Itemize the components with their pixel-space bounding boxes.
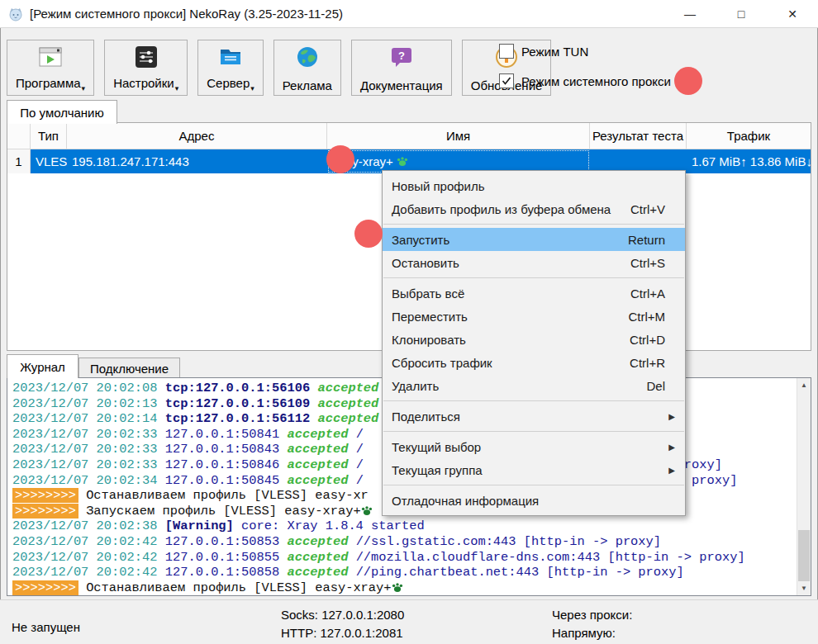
- menu-separator: [383, 485, 684, 485]
- menu-item-shortcut: Ctrl+D: [630, 333, 665, 347]
- menu-item-move[interactable]: ПереместитьCtrl+M: [383, 305, 685, 328]
- settings-button-label: Настройки▾: [113, 76, 178, 92]
- minimize-button[interactable]: —: [664, 0, 716, 27]
- scrollbar-down-icon[interactable]: ▼: [797, 581, 811, 595]
- submenu-arrow-icon: ▶: [668, 466, 675, 475]
- cell-address: 195.181.247.171:443: [67, 149, 327, 173]
- status-via-proxy: Через прокси:: [552, 606, 632, 624]
- menu-item-shortcut: Ctrl+M: [628, 310, 665, 324]
- menu-item-clone[interactable]: КлонироватьCtrl+D: [383, 328, 685, 351]
- window-controls: — □ ✕: [664, 0, 818, 27]
- scrollbar-thumb[interactable]: [798, 530, 810, 581]
- cell-traffic: 1.67 MiB↑ 13.86 MiB↓: [687, 149, 811, 173]
- server-button-label: Сервер▾: [207, 76, 254, 92]
- menu-item-shortcut: Ctrl+R: [630, 356, 665, 370]
- log-line: 2023/12/07 20:02:42 127.0.0.1:50853 acce…: [12, 534, 797, 550]
- log-line: 2023/12/07 20:02:42 127.0.0.1:50855 acce…: [12, 550, 797, 566]
- maximize-button[interactable]: □: [716, 0, 767, 27]
- menu-item-add-profile-from-clipboard[interactable]: Добавить профиль из буфера обменаCtrl+V: [383, 197, 685, 220]
- menu-item-shortcut: Ctrl+A: [630, 286, 665, 301]
- tun-mode-checkbox[interactable]: Режим TUN: [499, 44, 671, 59]
- menu-separator: [383, 277, 684, 278]
- header-address[interactable]: Адрес: [67, 123, 327, 149]
- menu-item-select-all[interactable]: Выбрать всёCtrl+A: [383, 282, 685, 305]
- cell-type: VLESS: [31, 149, 67, 173]
- menu-item-label: Отладочная информация: [392, 494, 685, 508]
- submenu-arrow-icon: ▶: [668, 443, 675, 452]
- menu-item-new-profile[interactable]: Новый профиль: [383, 174, 685, 197]
- menu-item-label: Остановить: [392, 256, 630, 270]
- menu-item-label: Новый профиль: [392, 179, 685, 193]
- menu-item-current-select[interactable]: Текущий выбор▶: [383, 435, 685, 458]
- menu-item-label: Клонировать: [392, 333, 630, 347]
- dropdown-caret-icon: ▾: [250, 84, 254, 92]
- menu-item-label: Переместить: [392, 310, 628, 324]
- menu-item-shortcut: Ctrl+S: [630, 256, 665, 270]
- program-button-label: Программа▾: [16, 76, 85, 92]
- scrollbar-up-icon[interactable]: ▲: [797, 378, 811, 392]
- menu-item-label: Текущий выбор: [392, 440, 685, 454]
- dropdown-caret-icon: ▾: [175, 84, 179, 92]
- documentation-button-label: Документация: [360, 78, 443, 92]
- status-bar: Не запущен Socks: 127.0.0.1:2080 HTTP: 1…: [0, 599, 818, 644]
- row-number: 1: [7, 149, 31, 173]
- mode-checkboxes: Режим TUN Режим системного прокси: [499, 44, 671, 103]
- app-icon: [8, 7, 23, 21]
- menu-item-label: Поделиться: [392, 410, 685, 424]
- menu-item-label: Выбрать всё: [392, 286, 630, 301]
- header-traffic[interactable]: Трафик: [687, 123, 811, 149]
- log-line: 2023/12/07 20:02:38 [Warning] core: Xray…: [12, 519, 797, 534]
- paw-icon: [361, 504, 373, 519]
- paw-icon: [397, 156, 408, 167]
- settings-sliders-icon: [135, 45, 158, 69]
- status-state: Не запущен: [12, 620, 80, 634]
- toolbar: Программа▾ Настройки▾: [7, 40, 551, 96]
- menu-item-stop[interactable]: ОстановитьCtrl+S: [383, 251, 685, 274]
- checkbox-unchecked-icon: [499, 44, 514, 59]
- program-button[interactable]: Программа▾: [7, 40, 94, 96]
- log-line: 2023/12/07 20:02:42 127.0.0.1:50858 acce…: [12, 565, 797, 580]
- header-type[interactable]: Тип: [31, 123, 67, 149]
- tab-journal[interactable]: Журнал: [7, 354, 78, 378]
- menu-item-run[interactable]: ЗапуститьReturn: [383, 228, 685, 251]
- title-bar: [Режим системного прокси] NekoRay (3.25-…: [0, 0, 818, 28]
- header-rownum[interactable]: [7, 123, 31, 149]
- status-direct: Напрямую:: [552, 624, 632, 642]
- system-proxy-mode-checkbox[interactable]: Режим системного прокси: [499, 73, 671, 88]
- question-bubble-icon: ?: [390, 45, 413, 69]
- context-menu: Новый профильДобавить профиль из буфера …: [382, 170, 686, 516]
- menu-item-label: Удалить: [392, 379, 646, 393]
- checkbox-checked-icon: [499, 73, 514, 88]
- ads-button[interactable]: Реклама: [273, 40, 341, 96]
- log-scrollbar[interactable]: ▲ ▼: [797, 378, 811, 595]
- menu-item-label: Сбросить трафик: [392, 356, 630, 370]
- menu-item-reset-traffic[interactable]: Сбросить трафикCtrl+R: [383, 351, 685, 374]
- server-folder-icon: [218, 45, 243, 69]
- tab-connection[interactable]: Подключение: [78, 358, 180, 378]
- menu-item-debug-info[interactable]: Отладочная информация: [383, 489, 685, 512]
- click-marker: [326, 145, 354, 173]
- log-line: >>>>>>>> Останавливаем профиль [VLESS] e…: [12, 580, 797, 595]
- documentation-button[interactable]: ? Документация: [351, 40, 452, 96]
- header-name[interactable]: Имя: [327, 123, 590, 149]
- settings-button[interactable]: Настройки▾: [104, 40, 188, 96]
- globe-icon: [296, 45, 319, 69]
- menu-item-current-group[interactable]: Текущая группа▶: [383, 458, 685, 481]
- status-socks: Socks: 127.0.0.1:2080: [281, 606, 404, 624]
- menu-item-delete[interactable]: УдалитьDel: [383, 374, 685, 397]
- header-test-result[interactable]: Результат теста: [590, 123, 687, 149]
- window-title: [Режим системного прокси] NekoRay (3.25-…: [30, 7, 343, 21]
- ads-button-label: Реклама: [283, 78, 332, 92]
- menu-item-shortcut: Del: [646, 379, 665, 393]
- menu-item-shortcut: Ctrl+V: [630, 202, 665, 216]
- close-button[interactable]: ✕: [767, 0, 818, 27]
- menu-item-label: Запустить: [392, 233, 628, 247]
- server-button[interactable]: Сервер▾: [197, 40, 264, 96]
- submenu-arrow-icon: ▶: [668, 412, 675, 421]
- menu-item-share[interactable]: Поделиться▶: [383, 405, 685, 428]
- click-marker: [674, 67, 702, 95]
- group-tab-default[interactable]: По умолчанию: [7, 100, 117, 124]
- dropdown-caret-icon: ▾: [82, 84, 86, 92]
- menu-item-label: Добавить профиль из буфера обмена: [392, 202, 630, 216]
- menu-item-label: Текущая группа: [392, 463, 685, 477]
